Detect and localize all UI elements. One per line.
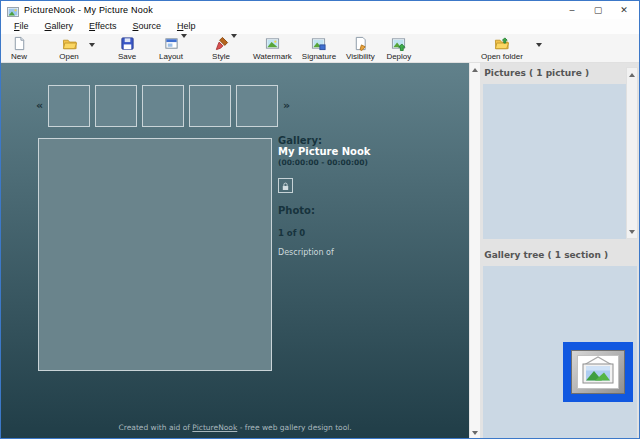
lock-button[interactable]	[278, 178, 293, 193]
menu-source[interactable]: Source	[124, 19, 169, 34]
signature-button[interactable]: Signature	[302, 34, 336, 61]
scroll-up-button[interactable]	[627, 68, 637, 81]
gallery-time-range: (00:00:00 - 00:00:00)	[278, 158, 463, 167]
gallery-name: My Picture Nook	[278, 146, 463, 157]
thumbnail-placeholder	[142, 85, 184, 127]
style-dropdown-arrow-icon	[231, 38, 237, 56]
node-inner	[577, 355, 619, 389]
thumbnails-prev-button[interactable]: «	[36, 99, 43, 112]
gallery-tree-header: Gallery tree ( 1 section )	[484, 250, 608, 260]
menu-help[interactable]: Help	[169, 19, 204, 34]
thumbnail-placeholder	[189, 85, 231, 127]
app-window: PictureNook - My Picture Nook – ▢ ✕ File…	[0, 0, 640, 439]
scroll-down-button[interactable]	[470, 426, 480, 439]
chevron-down-icon	[89, 43, 95, 47]
window-title: PictureNook - My Picture Nook	[24, 5, 153, 15]
title-bar: PictureNook - My Picture Nook – ▢ ✕	[1, 1, 639, 19]
deploy-button[interactable]: Deploy	[385, 34, 413, 61]
pictures-panel	[483, 84, 626, 239]
maximize-button[interactable]: ▢	[585, 1, 611, 19]
thumbnail-placeholder	[48, 85, 90, 127]
menu-bar: File Gallery Effects Source Help	[1, 19, 639, 34]
menu-gallery[interactable]: Gallery	[37, 19, 82, 34]
save-button[interactable]: Save	[113, 34, 141, 61]
chevron-down-icon	[536, 43, 542, 47]
signature-picture-icon	[311, 36, 326, 51]
open-folder-dropdown-button[interactable]	[536, 34, 542, 51]
triangle-up-icon	[629, 73, 635, 77]
open-folder-button[interactable]: Open folder	[481, 34, 523, 61]
gallery-info-panel: Gallery: My Picture Nook (00:00:00 - 00:…	[278, 135, 463, 257]
pictures-header: Pictures ( 1 picture )	[484, 68, 589, 78]
thumbnails-next-button[interactable]: »	[283, 99, 290, 112]
window-controls: – ▢ ✕	[559, 1, 637, 19]
gallery-label: Gallery:	[278, 135, 463, 146]
style-button[interactable]: Style	[207, 34, 235, 61]
thumbnail-placeholder	[236, 85, 278, 127]
triangle-down-icon	[629, 230, 635, 234]
sidebar: Pictures ( 1 picture ) Gallery tree ( 1 …	[480, 63, 639, 439]
new-button[interactable]: New	[5, 34, 33, 61]
photo-preview-placeholder	[38, 138, 272, 371]
pictures-scrollbar[interactable]	[626, 67, 638, 239]
toolbar: New Open Save Layout	[1, 34, 639, 63]
footer-prefix: Created with aid of	[119, 423, 193, 432]
open-dropdown-button[interactable]	[89, 34, 95, 51]
framed-picture-icon	[580, 355, 616, 389]
preview-footer: Created with aid of PictureNook - free w…	[1, 423, 469, 432]
watermark-picture-icon	[265, 36, 280, 51]
scroll-up-button[interactable]	[470, 63, 480, 77]
layout-window-icon	[164, 36, 179, 51]
app-icon	[7, 4, 19, 16]
scroll-down-button[interactable]	[627, 225, 637, 238]
triangle-down-icon	[472, 431, 478, 435]
triangle-up-icon	[472, 68, 478, 72]
watermark-button[interactable]: Watermark	[253, 34, 292, 61]
photo-description: Description of	[278, 248, 463, 257]
new-document-icon	[12, 36, 27, 51]
open-folder-icon	[62, 36, 77, 51]
footer-suffix: - free web gallery design tool.	[237, 423, 351, 432]
open-folder-deploy-icon	[494, 36, 509, 51]
open-button[interactable]: Open	[55, 34, 83, 61]
gallery-preview-canvas: « » Gallery: My Picture Nook (00:00:00 -…	[1, 63, 469, 439]
layout-dropdown-arrow-icon	[181, 38, 187, 56]
lock-icon	[281, 176, 290, 195]
visibility-page-pen-icon	[353, 36, 368, 51]
picturenook-link[interactable]: PictureNook	[192, 423, 237, 432]
save-floppy-icon	[120, 36, 135, 51]
content-area: « » Gallery: My Picture Nook (00:00:00 -…	[1, 63, 639, 439]
style-brush-icon	[214, 36, 229, 51]
deploy-picture-arrow-icon	[391, 36, 406, 51]
minimize-button[interactable]: –	[559, 1, 585, 19]
close-button[interactable]: ✕	[611, 1, 637, 19]
photo-count: 1 of 0	[278, 228, 463, 238]
visibility-button[interactable]: Visibility	[346, 34, 375, 61]
node-frame	[571, 350, 625, 394]
menu-file[interactable]: File	[6, 19, 37, 34]
layout-button[interactable]: Layout	[157, 34, 185, 61]
photo-label: Photo:	[278, 205, 463, 216]
gallery-tree-selected-node[interactable]	[563, 342, 633, 402]
menu-effects[interactable]: Effects	[81, 19, 124, 34]
thumbnail-placeholder	[95, 85, 137, 127]
main-scrollbar[interactable]	[469, 63, 480, 439]
